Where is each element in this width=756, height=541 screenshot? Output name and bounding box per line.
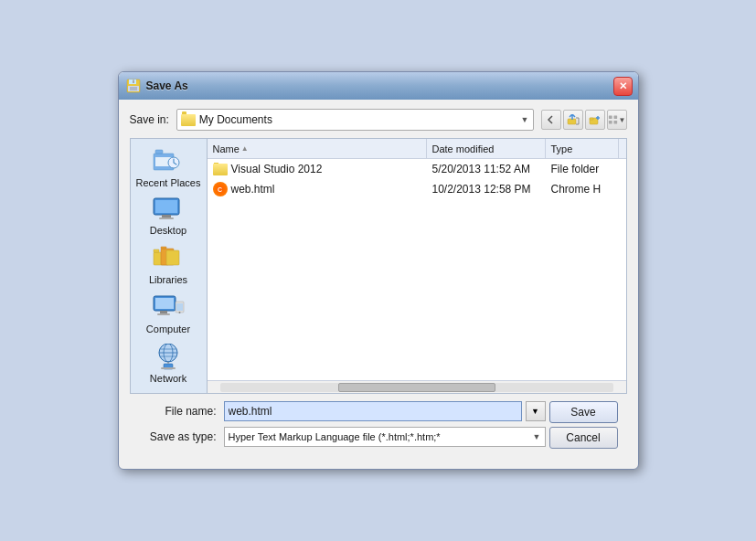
save-as-type-input-wrap: Hyper Text Markup Language file (*.html;… <box>224 427 546 447</box>
back-icon <box>546 114 557 125</box>
action-buttons: Save Cancel <box>549 401 618 452</box>
save-in-label: Save in: <box>130 113 169 126</box>
svg-rect-30 <box>176 303 183 311</box>
back-button[interactable] <box>541 110 561 130</box>
network-icon <box>152 344 185 371</box>
svg-rect-24 <box>166 250 179 265</box>
svg-rect-11 <box>613 121 617 124</box>
views-icon <box>608 114 618 125</box>
svg-rect-7 <box>590 118 593 120</box>
file-name-input[interactable] <box>224 401 522 421</box>
col-header-date[interactable]: Date modified <box>427 139 546 158</box>
col-header-name[interactable]: Name ▲ <box>208 139 427 158</box>
file-list-container: Name ▲ Date modified Type V <box>208 138 627 394</box>
table-row[interactable]: Visual Studio 2012 5/20/2013 11:52 AM Fi… <box>208 159 626 179</box>
sidebar-label-network: Network <box>150 373 186 384</box>
svg-rect-2 <box>133 80 134 84</box>
form-fields: File name: ▼ Save as type: Hyper Text Ma… <box>139 401 546 452</box>
svg-rect-28 <box>157 313 170 315</box>
dialog-body: Save in: My Documents ▼ <box>119 100 638 469</box>
sidebar: Recent Places Desktop <box>130 138 208 394</box>
svg-rect-4 <box>130 87 137 90</box>
save-as-dialog: Save As ✕ Save in: My Documents ▼ <box>118 71 639 470</box>
close-button[interactable]: ✕ <box>613 77 633 96</box>
svg-rect-18 <box>162 215 171 217</box>
file-name-label: File name: <box>139 405 217 418</box>
new-folder-icon <box>589 114 602 125</box>
save-as-type-row: Save as type: Hyper Text Markup Language… <box>139 427 546 447</box>
combo-arrow-icon: ▼ <box>521 115 529 124</box>
libraries-icon <box>152 245 185 272</box>
file-name-row: File name: ▼ <box>139 401 546 421</box>
svg-rect-9 <box>613 115 617 119</box>
views-arrow: ▼ <box>619 116 626 124</box>
bottom-form: File name: ▼ Save as type: Hyper Text Ma… <box>130 394 627 460</box>
svg-point-31 <box>179 312 181 313</box>
views-button[interactable]: ▼ <box>607 110 627 130</box>
desktop-icon <box>153 197 184 223</box>
col-header-type[interactable]: Type <box>546 139 619 158</box>
svg-rect-8 <box>608 115 612 119</box>
horizontal-scrollbar[interactable] <box>208 380 626 393</box>
svg-rect-21 <box>154 249 159 252</box>
file-name-cell: C web.html <box>208 182 427 196</box>
title-bar: Save As ✕ <box>119 72 638 100</box>
sidebar-item-computer[interactable]: Computer <box>133 291 204 338</box>
dialog-title-icon <box>126 79 141 93</box>
file-name-input-wrap: ▼ <box>224 401 546 421</box>
save-as-type-dropdown[interactable]: Hyper Text Markup Language file (*.html;… <box>224 427 546 447</box>
folder-icon-combo <box>181 114 196 126</box>
computer-icon <box>152 294 185 322</box>
sidebar-item-desktop[interactable]: Desktop <box>133 194 204 239</box>
save-as-type-value: Hyper Text Markup Language file (*.html;… <box>229 431 529 442</box>
scrollbar-thumb[interactable] <box>338 383 495 392</box>
file-date-cell: 10/2/2013 12:58 PM <box>427 183 546 196</box>
toolbar-buttons: ▼ <box>541 110 627 130</box>
sidebar-label-desktop: Desktop <box>150 225 186 236</box>
sidebar-item-libraries[interactable]: Libraries <box>133 241 204 289</box>
recent-places-icon <box>152 148 185 175</box>
bottom-rows-wrap: File name: ▼ Save as type: Hyper Text Ma… <box>139 401 618 452</box>
save-as-type-label: Save as type: <box>139 430 217 443</box>
table-row[interactable]: C web.html 10/2/2013 12:58 PM Chrome H <box>208 179 626 199</box>
title-bar-left: Save As <box>126 79 188 93</box>
html-icon: C <box>213 182 228 196</box>
up-button[interactable] <box>563 110 583 130</box>
new-folder-button[interactable] <box>585 110 605 130</box>
dialog-title: Save As <box>146 80 188 92</box>
sidebar-item-network[interactable]: Network <box>133 340 204 387</box>
sort-arrow: ▲ <box>241 144 249 153</box>
sidebar-item-recent-places[interactable]: Recent Places <box>133 144 204 192</box>
save-in-value: My Documents <box>199 113 517 126</box>
type-combo-arrow: ▼ <box>533 432 541 441</box>
svg-rect-10 <box>608 121 612 124</box>
svg-rect-23 <box>161 247 166 249</box>
main-area: Recent Places Desktop <box>130 138 627 394</box>
file-type-cell: Chrome H <box>546 183 619 196</box>
save-button[interactable]: Save <box>549 401 618 423</box>
save-in-row: Save in: My Documents ▼ <box>130 109 627 131</box>
svg-rect-19 <box>159 217 174 219</box>
folder-icon <box>213 164 228 175</box>
file-name-dropdown-button[interactable]: ▼ <box>526 401 546 421</box>
cancel-button[interactable]: Cancel <box>549 427 618 449</box>
svg-rect-13 <box>155 150 163 154</box>
sidebar-label-computer: Computer <box>146 324 190 334</box>
scrollbar-track <box>220 383 613 392</box>
sidebar-label-libraries: Libraries <box>149 274 187 285</box>
file-type-cell: File folder <box>546 163 619 175</box>
file-date-cell: 5/20/2013 11:52 AM <box>427 163 546 175</box>
svg-rect-27 <box>160 311 167 313</box>
svg-rect-26 <box>155 298 174 309</box>
file-list: Visual Studio 2012 5/20/2013 11:52 AM Fi… <box>208 159 626 380</box>
file-list-header: Name ▲ Date modified Type <box>208 139 626 159</box>
svg-rect-40 <box>161 367 176 369</box>
svg-rect-16 <box>155 200 177 213</box>
up-icon <box>567 114 580 125</box>
sidebar-label-recent-places: Recent Places <box>136 177 201 188</box>
file-name-cell: Visual Studio 2012 <box>208 163 427 175</box>
save-in-dropdown[interactable]: My Documents ▼ <box>176 109 534 131</box>
